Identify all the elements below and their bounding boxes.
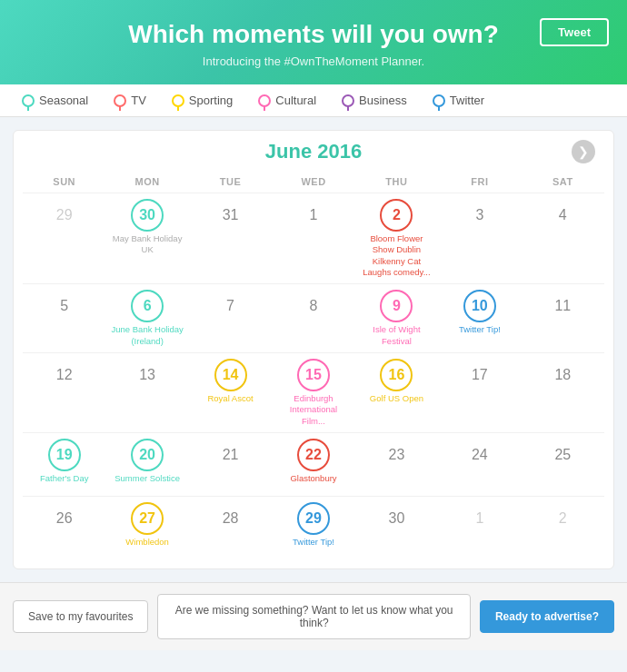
calendar-cell[interactable]: 15Edinburgh International Film... [272, 352, 354, 432]
event-label: Glastonbury [290, 473, 336, 484]
day-number: 16 [380, 359, 413, 391]
calendar-cell[interactable]: 31 [189, 193, 272, 283]
event-label: May Bank Holiday UK [111, 233, 184, 256]
day-number: 12 [48, 359, 81, 391]
calendar-cell[interactable]: 2 [522, 496, 604, 559]
header: Which moments will you own? Introducing … [0, 0, 627, 84]
nav-tab-business-label: Business [359, 94, 407, 107]
calendar-cell[interactable]: 26 [23, 496, 105, 559]
calendar-grid: SUNMONTUEWEDTHUFRISAT2930May Bank Holida… [23, 173, 604, 559]
advertise-button[interactable]: Ready to advertise? [480, 600, 614, 633]
calendar-cell[interactable]: 1 [272, 193, 354, 283]
day-number: 22 [297, 439, 330, 471]
calendar-cell[interactable]: 1 [438, 496, 521, 559]
day-number: 29 [297, 502, 330, 535]
day-header-sun: SUN [23, 173, 105, 193]
day-number: 7 [214, 290, 247, 322]
event-label: Bloom Flower Show Dublin Kilkenny Cat La… [360, 233, 433, 278]
day-number: 3 [463, 199, 496, 232]
tweet-button[interactable]: Tweet [540, 18, 609, 46]
calendar-cell[interactable]: 29 [23, 193, 105, 283]
calendar-cell[interactable]: 7 [189, 283, 272, 352]
calendar-header: June 2016 ❯ [23, 140, 604, 163]
calendar-cell[interactable]: 22Glastonbury [272, 432, 354, 496]
nav-tab-seasonal[interactable]: Seasonal [9, 84, 101, 116]
calendar-cell[interactable]: 24 [438, 432, 521, 496]
calendar-cell[interactable]: 5 [23, 283, 105, 352]
calendar-cell[interactable]: 11 [522, 283, 604, 352]
calendar-cell[interactable]: 17 [438, 352, 521, 432]
event-label: Golf US Open [370, 393, 423, 404]
day-number: 9 [380, 290, 413, 322]
header-title: Which moments will you own? [27, 20, 600, 49]
nav-tab-sporting[interactable]: Sporting [159, 84, 245, 116]
calendar-cell[interactable]: 23 [355, 432, 438, 496]
event-label: June Bank Holiday (Ireland) [111, 324, 184, 347]
day-number: 2 [380, 199, 413, 232]
day-number: 29 [48, 199, 81, 232]
day-number: 19 [48, 439, 81, 471]
save-favourites-button[interactable]: Save to my favourites [13, 600, 148, 633]
day-number: 6 [131, 290, 164, 322]
calendar-cell[interactable]: 4 [522, 193, 604, 283]
day-header-fri: FRI [438, 173, 521, 193]
nav-tab-seasonal-label: Seasonal [39, 94, 88, 107]
day-number: 26 [48, 502, 81, 535]
calendar-cell[interactable]: 13 [105, 352, 188, 432]
day-number: 25 [546, 439, 579, 471]
tv-icon [114, 94, 126, 107]
calendar: June 2016 ❯ SUNMONTUEWEDTHUFRISAT2930May… [13, 130, 614, 569]
feedback-button[interactable]: Are we missing something? Want to let us… [157, 594, 471, 639]
day-number: 15 [297, 359, 330, 391]
calendar-cell[interactable]: 29Twitter Tip! [272, 496, 354, 559]
next-month-button[interactable]: ❯ [572, 140, 595, 163]
calendar-cell[interactable]: 16Golf US Open [355, 352, 438, 432]
nav-tab-twitter-label: Twitter [450, 94, 484, 107]
nav-tab-cultural[interactable]: Cultural [245, 84, 329, 116]
calendar-cell[interactable]: 30May Bank Holiday UK [105, 193, 188, 283]
calendar-cell[interactable]: 8 [272, 283, 354, 352]
event-label: Royal Ascot [207, 393, 253, 404]
nav-tabs: SeasonalTVSportingCulturalBusinessTwitte… [0, 84, 627, 117]
calendar-cell[interactable]: 18 [522, 352, 604, 432]
calendar-cell[interactable]: 12 [23, 352, 105, 432]
event-label: Wimbledon [125, 537, 169, 548]
day-header-tue: TUE [189, 173, 272, 193]
calendar-cell[interactable]: 2Bloom Flower Show Dublin Kilkenny Cat L… [355, 193, 438, 283]
calendar-cell[interactable]: 3 [438, 193, 521, 283]
event-label: Edinburgh International Film... [277, 393, 350, 427]
calendar-cell[interactable]: 20Summer Solstice [105, 432, 188, 496]
header-subtitle: Introducing the #OwnTheMoment Planner. [27, 54, 600, 68]
event-label: Isle of Wight Festival [360, 324, 433, 347]
calendar-title: June 2016 [265, 140, 362, 163]
calendar-cell[interactable]: 25 [522, 432, 604, 496]
day-number: 23 [380, 439, 413, 471]
calendar-cell[interactable]: 21 [189, 432, 272, 496]
day-number: 17 [463, 359, 496, 391]
day-number: 11 [546, 290, 579, 322]
day-number: 30 [380, 502, 413, 535]
day-number: 1 [297, 199, 330, 232]
calendar-cell[interactable]: 6June Bank Holiday (Ireland) [105, 283, 188, 352]
event-label: Twitter Tip! [293, 537, 334, 548]
day-number: 13 [131, 359, 164, 391]
calendar-cell[interactable]: 27Wimbledon [105, 496, 188, 559]
cultural-icon [258, 94, 271, 107]
day-number: 20 [131, 439, 164, 471]
nav-tab-twitter[interactable]: Twitter [420, 84, 497, 116]
day-header-wed: WED [272, 173, 354, 193]
day-header-mon: MON [105, 173, 188, 193]
day-number: 4 [546, 199, 579, 232]
footer: Save to my favourites Are we missing som… [0, 582, 627, 650]
calendar-cell[interactable]: 30 [355, 496, 438, 559]
event-label: Father's Day [40, 473, 89, 484]
calendar-cell[interactable]: 10Twitter Tip! [438, 283, 521, 352]
calendar-cell[interactable]: 14Royal Ascot [189, 352, 272, 432]
nav-tab-tv[interactable]: TV [101, 84, 159, 116]
day-header-sat: SAT [522, 173, 604, 193]
nav-tab-business[interactable]: Business [329, 84, 420, 116]
calendar-cell[interactable]: 28 [189, 496, 272, 559]
nav-tab-cultural-label: Cultural [275, 94, 316, 107]
calendar-cell[interactable]: 9Isle of Wight Festival [355, 283, 438, 352]
calendar-cell[interactable]: 19Father's Day [23, 432, 105, 496]
